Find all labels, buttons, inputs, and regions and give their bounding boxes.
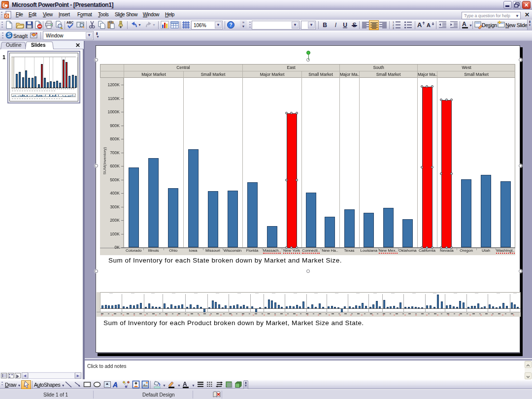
svg-text:3: 3	[393, 27, 394, 29]
svg-text:A: A	[462, 21, 466, 28]
svg-text:A: A	[417, 21, 422, 29]
svg-text:A: A	[183, 381, 187, 388]
svg-text:A: A	[427, 22, 431, 28]
svg-text:ABC: ABC	[66, 21, 73, 24]
svg-text:A: A	[113, 381, 118, 389]
svg-text:?: ?	[230, 22, 233, 28]
